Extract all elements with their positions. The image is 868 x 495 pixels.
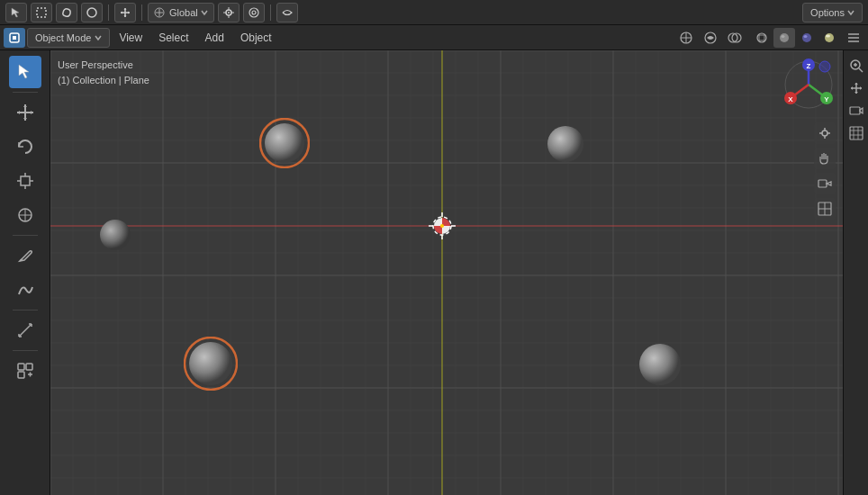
object-mode-dropdown[interactable]: Object Mode [27,28,110,48]
select-box-btn[interactable] [31,3,52,22]
separator-1 [108,4,109,21]
orientation-label: Global [169,7,198,18]
wireframe-shading-btn[interactable] [751,28,773,48]
proportional-connected-btn[interactable] [276,3,298,22]
viewport-options-btn[interactable] [843,28,864,48]
xray-toggle-btn[interactable] [724,28,746,48]
svg-point-5 [249,8,258,17]
object-mode-icon [4,28,25,48]
lasso-select-btn[interactable] [56,3,77,22]
svg-point-13 [757,33,766,42]
scale-tool-btn[interactable] [9,165,41,197]
svg-rect-27 [850,127,863,140]
svg-text:Y: Y [824,95,829,104]
rotate-tool-btn[interactable] [9,130,41,163]
svg-point-116 [265,123,304,163]
circle-select-btn[interactable] [81,3,103,22]
svg-point-16 [802,33,811,42]
menu-add[interactable]: Add [198,28,231,48]
axis-widget[interactable]: Z Y X [782,58,836,112]
move-arrows-btn[interactable] [114,3,136,22]
svg-point-1 [87,8,96,17]
annotate-tool-btn[interactable] [9,239,41,272]
separator-3 [270,4,271,21]
hand-pan-btn[interactable] [814,148,836,169]
svg-point-117 [547,126,583,162]
measure-tool-btn[interactable] [9,314,41,346]
proportional-edit-btn[interactable] [243,3,265,22]
menu-view[interactable]: View [112,28,149,48]
svg-point-19 [826,34,830,37]
separator-2 [141,4,142,21]
svg-point-15 [782,35,785,38]
sphere-bottom-right[interactable] [634,338,686,391]
svg-point-118 [100,220,131,250]
left-toolbar [0,50,50,495]
transform-orientation-dropdown[interactable]: Global [148,3,214,22]
viewport-overlays-btn[interactable] [700,28,721,48]
menu-select[interactable]: Select [151,28,195,48]
sphere-top-right[interactable] [542,121,589,167]
quad-view-btn[interactable] [814,198,836,220]
viewport-nav-gizmos [814,122,836,220]
camera-view-btn[interactable] [814,173,836,194]
left-sep-3 [13,310,38,310]
svg-rect-23 [26,364,32,370]
svg-text:Z: Z [807,62,811,70]
curve-tool-btn[interactable] [9,274,41,306]
right-toolbar [843,50,868,495]
svg-point-4 [228,12,230,14]
rendered-shading-btn[interactable] [818,28,840,48]
object-mode-label: Object Mode [35,32,91,43]
svg-rect-8 [13,36,16,40]
svg-point-14 [780,33,789,42]
left-sep-4 [13,350,38,351]
zoom-in-btn[interactable] [846,56,866,76]
svg-rect-24 [18,372,24,378]
snap-btn[interactable] [218,3,240,22]
menu-bar: Object Mode View Select Add Object [0,25,868,50]
svg-point-121 [639,344,681,385]
svg-text:X: X [788,95,793,104]
viewport-grid [50,50,843,495]
focus-btn[interactable] [814,122,836,144]
svg-rect-22 [18,364,24,370]
pan-btn[interactable] [846,78,866,98]
top-toolbar: Global Options [0,0,868,25]
sphere-mid-left[interactable] [95,215,135,255]
left-sep-1 [13,92,38,93]
svg-rect-26 [850,107,860,114]
move-tool-btn[interactable] [9,96,41,129]
svg-point-108 [819,61,830,72]
sphere-bottom-left[interactable] [184,337,238,391]
menu-right-cluster [675,28,864,48]
menu-object[interactable]: Object [233,28,279,48]
svg-point-17 [804,35,808,38]
grid-view-btn[interactable] [846,123,866,143]
camera-btn[interactable] [846,101,866,121]
svg-point-6 [252,11,256,14]
options-label: Options [810,7,845,18]
sphere-top-left[interactable] [259,118,310,168]
shading-buttons [751,28,840,48]
material-shading-btn[interactable] [796,28,818,48]
options-dropdown-btn[interactable]: Options [802,3,863,22]
svg-rect-20 [21,176,30,185]
select-tool-btn[interactable] [9,56,41,88]
viewport-gizmos-btn[interactable] [675,28,697,48]
svg-point-122 [822,130,827,136]
svg-rect-0 [37,8,46,17]
solid-shading-btn[interactable] [773,28,795,48]
transform-tool-btn[interactable] [9,199,41,231]
left-sep-2 [13,235,38,236]
viewport[interactable]: User Perspective (1) Collection | Plane … [50,50,843,495]
svg-point-18 [825,33,834,42]
svg-point-120 [189,342,232,385]
cursor-tool-btn[interactable] [5,3,27,22]
add-object-tool-btn[interactable] [9,355,41,387]
top-right-cluster: Options [802,3,863,22]
